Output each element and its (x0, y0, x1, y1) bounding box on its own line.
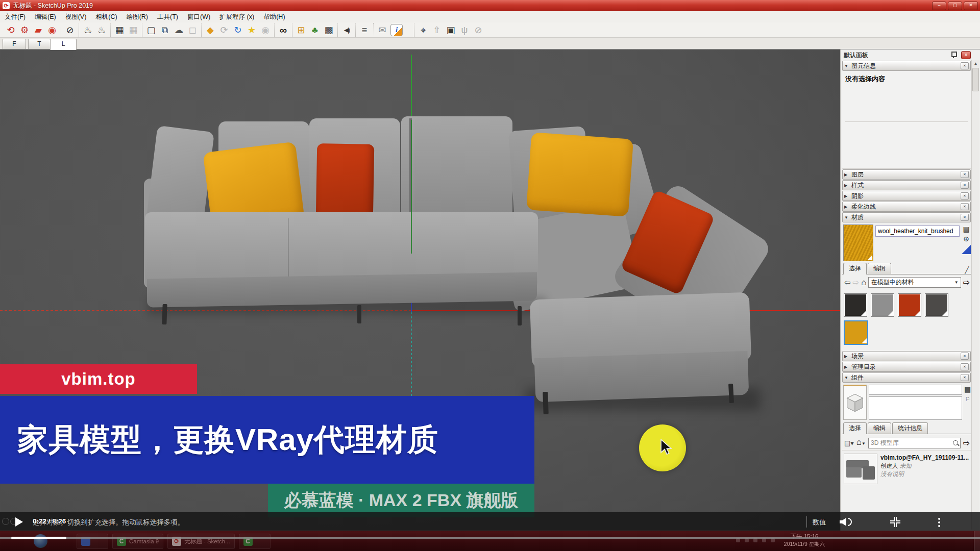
coffee-table-disabled-icon[interactable]: ▦ (127, 23, 140, 37)
component-tab-0[interactable]: 选择 (843, 422, 867, 434)
section-样式[interactable]: ▶样式✕ (842, 180, 971, 190)
settings-gear-icon[interactable]: ⚙ (18, 23, 31, 37)
component-play-icon[interactable]: ◆ (204, 23, 217, 37)
section-components[interactable]: ▼ 组件 ✕ (842, 372, 971, 383)
material-swatch-dark-fabric[interactable] (844, 293, 867, 317)
tray-close-button[interactable]: ✕ (961, 51, 971, 59)
material-swatch-gray-fabric[interactable] (871, 293, 894, 317)
pin-icon[interactable] (951, 52, 957, 57)
menu-item-6[interactable]: 窗口(W) (183, 11, 215, 22)
flag-icon[interactable]: ⚐ (965, 395, 970, 403)
close-section-icon[interactable]: ✕ (961, 363, 969, 370)
taskbar-item-1[interactable]: CCamtasia 9 (112, 534, 163, 549)
material-tab-0[interactable]: 选择 (843, 263, 867, 274)
window-stack-icon[interactable]: ⧉ (158, 23, 172, 37)
section-图层[interactable]: ▶图层✕ (842, 169, 971, 180)
close-section-icon[interactable]: ✕ (961, 62, 969, 69)
details-arrow-icon[interactable]: ⇨ (963, 438, 970, 448)
scrollbar-thumb[interactable] (972, 68, 979, 91)
restore-button[interactable]: ▢ (948, 2, 962, 10)
taskbar-item-0[interactable] (77, 534, 108, 549)
camera-star-icon[interactable]: ★ (245, 23, 258, 37)
scroll-up-icon[interactable]: ▲ (972, 60, 979, 66)
window-cloud-icon[interactable]: ☁ (172, 23, 185, 37)
menu-item-7[interactable]: 扩展程序 (x) (215, 11, 259, 22)
minimize-button[interactable]: – (932, 2, 946, 10)
close-button[interactable]: ✕ (964, 2, 978, 10)
eraser-icon[interactable]: ⊘ (472, 23, 485, 37)
select-circle-icon[interactable]: ⊘ (63, 23, 77, 37)
menu-item-0[interactable]: 文件(F) (0, 11, 30, 22)
component-search-input[interactable]: 3D 模型库 (868, 438, 961, 448)
instructor-icon[interactable]: i (390, 24, 403, 36)
scene-tab-T[interactable]: T (28, 39, 51, 49)
box-export-icon[interactable]: ▣ (444, 23, 457, 37)
more-options-icon[interactable] (938, 516, 940, 529)
home-icon[interactable]: ⌂▼ (856, 438, 866, 448)
menu-item-1[interactable]: 编辑(E) (30, 11, 61, 22)
coffee-table-icon[interactable]: ▦ (113, 23, 126, 37)
grass-icon[interactable]: ψ (458, 23, 471, 37)
material-swatch-amber-wool[interactable] (844, 320, 868, 345)
material-collection-dropdown[interactable]: 在模型中的材料 ▼ (868, 277, 961, 288)
exit-fullscreen-icon[interactable] (890, 517, 900, 527)
viewport-3d[interactable]: vbim.top 家具模型，更换VRay代理材质 必慕蓝模 · MAX 2 FB… (0, 49, 840, 531)
scene-tab-F[interactable]: F (3, 39, 26, 49)
taskbar-item-2[interactable]: ⟳无标题 - Sketch... (167, 534, 234, 549)
camera-rotate-icon[interactable]: ↻ (231, 23, 244, 37)
close-section-icon[interactable]: ✕ (961, 214, 969, 221)
close-section-icon[interactable]: ✕ (961, 353, 969, 360)
material-swatch-red-fabric[interactable] (898, 293, 921, 317)
close-section-icon[interactable]: ✕ (961, 182, 969, 189)
create-material-icon[interactable]: ⊕ (963, 235, 969, 243)
camera-disabled-icon[interactable]: ◉ (259, 23, 272, 37)
box-up-icon[interactable]: ⇧ (430, 23, 444, 37)
component-tab-2[interactable]: 统计信息 (892, 422, 928, 434)
details-arrow-icon[interactable]: ⇨ (963, 278, 970, 287)
suapp-library-icon[interactable]: ⟲ (4, 23, 17, 37)
close-section-icon[interactable]: ✕ (961, 203, 969, 210)
menu-item-4[interactable]: 绘图(R) (122, 11, 153, 22)
mixer-sliders-icon[interactable]: ≡ (358, 23, 371, 37)
screenshot-camera-icon[interactable]: ◉ (45, 23, 59, 37)
section-materials[interactable]: ▼ 材质 ✕ (842, 212, 971, 222)
section-阴影[interactable]: ▶阴影✕ (842, 191, 971, 201)
scene-tab-L[interactable]: L (50, 39, 77, 50)
panel-scrollbar[interactable]: ▲ (971, 60, 979, 530)
default-material-icon[interactable] (962, 245, 971, 254)
material-name-input[interactable] (875, 226, 960, 237)
add-component-icon[interactable]: ⊞ (295, 23, 308, 37)
view-options-icon[interactable]: ▤▾ (844, 439, 854, 447)
home-icon[interactable]: ⌂ (861, 278, 866, 287)
close-section-icon[interactable]: ✕ (961, 192, 969, 199)
section-entity-info[interactable]: ▼ 图元信息 ✕ (842, 61, 971, 71)
material-swatch-charcoal-fabric[interactable] (925, 293, 948, 317)
secondary-pane-icon[interactable]: ▤ (964, 386, 971, 393)
tree-icon[interactable]: ♣ (308, 23, 322, 37)
lock-icon[interactable]: ◻ (186, 23, 199, 37)
component-name-input[interactable] (869, 385, 962, 395)
play-button[interactable] (15, 517, 23, 527)
teapot-icon[interactable]: ♨ (81, 23, 94, 37)
render-checker-icon[interactable]: ▩ (322, 23, 335, 37)
component-description-box[interactable] (869, 396, 962, 420)
material-thumbnail[interactable] (843, 224, 873, 261)
vr-goggles-icon[interactable]: ∞ (277, 23, 290, 37)
speech-bubble-icon[interactable]: ✉ (376, 23, 389, 37)
section-管理目录[interactable]: ▶管理目录✕ (842, 362, 971, 372)
axes-plane-icon[interactable]: ⌖ (416, 23, 430, 37)
volume-icon[interactable] (840, 518, 846, 526)
back-arrow-icon[interactable]: ⇦ (844, 278, 851, 287)
close-section-icon[interactable]: ✕ (961, 171, 969, 178)
tray-title-bar[interactable]: 默认面板 ✕ (842, 49, 971, 60)
menu-item-3[interactable]: 相机(C) (91, 11, 121, 22)
secondary-pane-icon[interactable]: ▤ (963, 226, 969, 233)
taskbar-item-3[interactable]: C (239, 534, 271, 549)
close-section-icon[interactable]: ✕ (961, 374, 969, 381)
component-thumbnail[interactable] (843, 385, 867, 420)
eyedropper-icon[interactable]: ╱ (965, 266, 969, 274)
material-tab-1[interactable]: 编辑 (868, 263, 891, 274)
red-folder-icon[interactable]: ▰ (32, 23, 45, 37)
teapot-grab-icon[interactable]: ♨ (95, 23, 108, 37)
forward-arrow-icon[interactable]: ⇨ (853, 278, 860, 287)
